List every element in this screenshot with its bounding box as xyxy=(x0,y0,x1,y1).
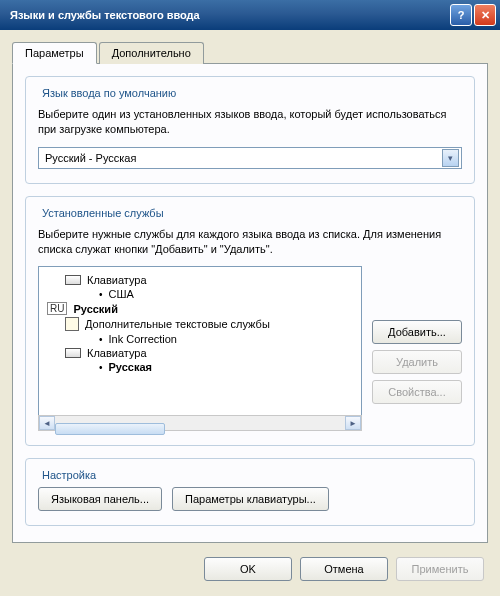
tab-parameters[interactable]: Параметры xyxy=(12,42,97,64)
default-language-value: Русский - Русская xyxy=(45,152,442,164)
default-language-legend: Язык ввода по умолчанию xyxy=(38,87,180,99)
tree-node-keyboard-ru[interactable]: Клавиатура xyxy=(43,346,357,360)
language-badge: RU xyxy=(47,302,67,315)
default-language-desc: Выберите один из установленных языков вв… xyxy=(38,107,462,137)
settings-legend: Настройка xyxy=(38,469,100,481)
help-icon: ? xyxy=(458,9,465,21)
ok-button[interactable]: OK xyxy=(204,557,292,581)
keyboard-icon xyxy=(65,348,81,358)
tree-label: Русский xyxy=(73,303,117,315)
tree-node-text-services[interactable]: Дополнительные текстовые службы xyxy=(43,316,357,332)
add-button[interactable]: Добавить... xyxy=(372,320,462,344)
installed-services-group: Установленные службы Выберите нужные слу… xyxy=(25,196,475,447)
tab-strip: Параметры Дополнительно xyxy=(12,42,488,64)
title-bar: Языки и службы текстового ввода ? ✕ xyxy=(0,0,500,30)
tree-label: Дополнительные текстовые службы xyxy=(85,318,270,330)
scroll-right-button[interactable]: ► xyxy=(345,416,361,430)
tree-node-russian[interactable]: RU Русский xyxy=(43,301,357,316)
tree-label: Русская xyxy=(109,361,152,373)
dialog-content: Параметры Дополнительно Язык ввода по ум… xyxy=(0,30,500,543)
close-button[interactable]: ✕ xyxy=(474,4,496,26)
window-title: Языки и службы текстового ввода xyxy=(10,9,448,21)
horizontal-scrollbar[interactable]: ◄ ► xyxy=(38,415,362,431)
bullet-icon: • xyxy=(99,289,103,300)
tree-node-russian-layout[interactable]: • Русская xyxy=(43,360,357,374)
document-icon xyxy=(65,317,79,331)
installed-services-legend: Установленные службы xyxy=(38,207,168,219)
properties-button[interactable]: Свойства... xyxy=(372,380,462,404)
chevron-down-icon: ▾ xyxy=(442,149,459,167)
scroll-left-button[interactable]: ◄ xyxy=(39,416,55,430)
tree-node-keyboard-en[interactable]: Клавиатура xyxy=(43,273,357,287)
bullet-icon: • xyxy=(99,334,103,345)
default-language-group: Язык ввода по умолчанию Выберите один из… xyxy=(25,76,475,184)
help-button[interactable]: ? xyxy=(450,4,472,26)
dialog-footer: OK Отмена Применить xyxy=(0,543,500,595)
tab-body: Язык ввода по умолчанию Выберите один из… xyxy=(12,63,488,543)
settings-group: Настройка Языковая панель... Параметры к… xyxy=(25,458,475,526)
tree-label: Клавиатура xyxy=(87,274,147,286)
close-icon: ✕ xyxy=(481,9,490,22)
default-language-select[interactable]: Русский - Русская ▾ xyxy=(38,147,462,169)
cancel-button[interactable]: Отмена xyxy=(300,557,388,581)
scroll-thumb[interactable] xyxy=(55,423,165,435)
tree-label: США xyxy=(109,288,134,300)
services-tree[interactable]: Клавиатура • США RU Русский Дополните xyxy=(38,266,362,416)
apply-button[interactable]: Применить xyxy=(396,557,484,581)
bullet-icon: • xyxy=(99,362,103,373)
tree-node-ink[interactable]: • Ink Correction xyxy=(43,332,357,346)
tree-label: Ink Correction xyxy=(109,333,177,345)
tab-advanced[interactable]: Дополнительно xyxy=(99,42,204,64)
remove-button[interactable]: Удалить xyxy=(372,350,462,374)
installed-services-desc: Выберите нужные службы для каждого языка… xyxy=(38,227,462,257)
keyboard-icon xyxy=(65,275,81,285)
language-bar-button[interactable]: Языковая панель... xyxy=(38,487,162,511)
tree-label: Клавиатура xyxy=(87,347,147,359)
tree-node-us[interactable]: • США xyxy=(43,287,357,301)
keyboard-settings-button[interactable]: Параметры клавиатуры... xyxy=(172,487,329,511)
